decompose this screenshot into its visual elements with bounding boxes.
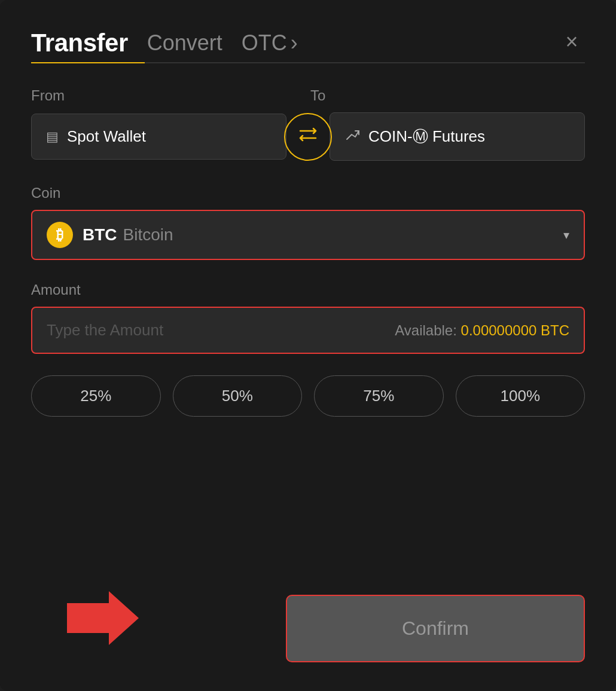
coin-chevron-icon: ▾ [563, 228, 569, 242]
tab-underline-container [31, 62, 585, 63]
arrow-container [67, 588, 139, 650]
from-to-inputs: ▤ Spot Wallet COIN-Ⓜ F [31, 112, 585, 161]
pct-25-button[interactable]: 25% [31, 375, 161, 417]
confirm-button[interactable]: Confirm [286, 595, 585, 662]
available-text: Available: 0.00000000 BTC [395, 322, 569, 339]
from-to-labels: From To [31, 87, 585, 104]
pct-75-button[interactable]: 75% [314, 375, 444, 417]
pct-buttons: 25% 50% 75% 100% [31, 375, 585, 417]
otc-chevron-icon: › [291, 30, 298, 56]
from-to-section: From To ▤ Spot Wallet [31, 87, 585, 161]
tab-transfer[interactable]: Transfer [31, 29, 128, 57]
from-label: From [31, 87, 306, 104]
pct-100-button[interactable]: 100% [456, 375, 585, 417]
coin-select[interactable]: ₿ BTC Bitcoin ▾ [31, 210, 585, 260]
to-wallet-name: COIN-Ⓜ Futures [368, 126, 485, 147]
amount-label: Amount [31, 282, 585, 298]
to-wallet-select[interactable]: COIN-Ⓜ Futures [330, 112, 585, 161]
tab-convert[interactable]: Convert [147, 30, 222, 56]
amount-section: Amount Type the Amount Available: 0.0000… [31, 282, 585, 354]
from-wallet-select[interactable]: ▤ Spot Wallet [31, 114, 286, 160]
coin-name: Bitcoin [123, 225, 173, 244]
tab-otc[interactable]: OTC › [242, 30, 298, 56]
futures-icon [344, 127, 360, 146]
bottom-area: Confirm [31, 571, 585, 662]
close-button[interactable]: × [559, 29, 585, 55]
amount-placeholder: Type the Amount [47, 321, 163, 340]
available-label: Available: [395, 322, 457, 338]
arrow-icon [67, 588, 139, 648]
wallet-icon: ▤ [46, 129, 59, 145]
from-wallet-name: Spot Wallet [67, 127, 146, 146]
coin-label: Coin [31, 185, 585, 201]
modal-header: Transfer Convert OTC › × [31, 29, 585, 57]
coin-symbol: BTC [83, 225, 117, 244]
to-label: To [306, 87, 585, 104]
tab-underline-active [31, 62, 145, 63]
available-amount: 0.00000000 BTC [461, 322, 569, 338]
btc-icon: ₿ [47, 222, 73, 248]
svg-marker-0 [67, 591, 139, 645]
coin-section: Coin ₿ BTC Bitcoin ▾ [31, 185, 585, 260]
swap-icon [298, 126, 318, 147]
otc-label: OTC [242, 30, 287, 56]
swap-button[interactable] [284, 113, 332, 161]
transfer-modal: Transfer Convert OTC › × From To ▤ Spot … [0, 0, 616, 691]
pct-50-button[interactable]: 50% [173, 375, 303, 417]
amount-input-box[interactable]: Type the Amount Available: 0.00000000 BT… [31, 307, 585, 354]
